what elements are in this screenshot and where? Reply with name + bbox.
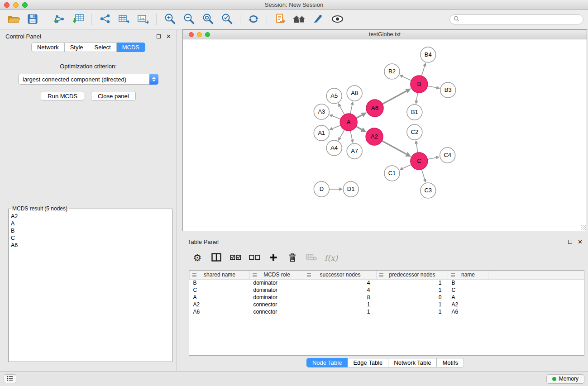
- graph-edge-A6-B[interactable]: [382, 91, 406, 104]
- app-titlebar: Session: New Session: [0, 0, 588, 10]
- table-row[interactable]: Cdominator41C: [190, 286, 584, 294]
- graph-edge-arrowhead: [339, 187, 343, 191]
- panel-menu-button[interactable]: [4, 374, 16, 383]
- table-row[interactable]: Adominator80A: [190, 294, 584, 301]
- result-item[interactable]: B: [10, 227, 170, 234]
- search-input[interactable]: [462, 16, 579, 23]
- graph-edge-A-A7[interactable]: [350, 131, 352, 140]
- tab-motifs[interactable]: Motifs: [437, 358, 464, 367]
- graph-edge-A-A1[interactable]: [332, 125, 340, 129]
- create-column-button[interactable]: [266, 251, 281, 265]
- import-network-button[interactable]: [50, 11, 68, 28]
- open-session-button[interactable]: [5, 11, 23, 28]
- window-controls: [4, 2, 28, 8]
- network-canvas[interactable]: B4B2BB3A5A8A6A3B1AC2A1A2A4A7C4CC1C3DD1: [183, 39, 587, 231]
- minimize-window-button[interactable]: [13, 2, 19, 8]
- graph-edge-arrowhead: [436, 156, 440, 159]
- table-settings-button[interactable]: ⚙: [190, 251, 205, 265]
- tab-style[interactable]: Style: [65, 43, 89, 52]
- tab-select[interactable]: Select: [89, 43, 117, 52]
- resize-grip[interactable]: [581, 225, 586, 230]
- show-columns-button[interactable]: [209, 251, 224, 265]
- style-brush-button[interactable]: [309, 11, 327, 28]
- result-item[interactable]: A2: [10, 213, 170, 220]
- criterion-select[interactable]: largest connected component (directed): [18, 74, 158, 85]
- tab-network[interactable]: Network: [31, 43, 65, 52]
- column-header-MCDS-role[interactable]: MCDS role: [250, 271, 304, 279]
- graph-edge-C-C2[interactable]: [416, 144, 418, 153]
- tab-mcds[interactable]: MCDS: [117, 43, 145, 52]
- graph-edge-A2-C[interactable]: [382, 141, 406, 154]
- column-header-shared-name[interactable]: shared name: [190, 271, 250, 279]
- result-item[interactable]: C: [10, 234, 170, 242]
- table-row[interactable]: Bdominator41B: [190, 279, 584, 286]
- document-arrow-icon: [274, 14, 286, 25]
- graph-edge-A-A2[interactable]: [356, 126, 362, 129]
- table-row[interactable]: A2connector11A2: [190, 301, 584, 308]
- graph-edge-A-A4[interactable]: [340, 130, 344, 138]
- zoom-fit-button[interactable]: [199, 11, 217, 28]
- graph-edge-B-B2[interactable]: [402, 76, 411, 81]
- network-window-titlebar[interactable]: testGlobe.txt: [183, 30, 587, 39]
- close-view-button[interactable]: [189, 32, 194, 37]
- new-network-from-table-button[interactable]: [115, 11, 133, 28]
- import-table-button[interactable]: [69, 11, 87, 28]
- column-header-successor-nodes[interactable]: successor nodes: [304, 271, 377, 279]
- home-views-button[interactable]: [290, 11, 308, 28]
- result-item[interactable]: A: [10, 220, 170, 227]
- delete-column-button[interactable]: [285, 251, 300, 265]
- close-table-panel-icon[interactable]: ✕: [578, 238, 583, 245]
- export-image-button[interactable]: [134, 11, 152, 28]
- result-item[interactable]: A6: [10, 242, 170, 249]
- table-row[interactable]: A6connector11A6: [190, 308, 584, 315]
- tab-network-table[interactable]: Network Table: [388, 358, 437, 367]
- columns-icon: [211, 253, 221, 263]
- delete-table-button[interactable]: [304, 251, 319, 265]
- sort-icon: [379, 273, 383, 277]
- save-session-button[interactable]: [24, 11, 42, 28]
- memory-button[interactable]: Memory: [546, 374, 584, 384]
- zoom-window-button[interactable]: [22, 2, 28, 8]
- tab-node-table[interactable]: Node Table: [306, 358, 348, 367]
- minimize-view-button[interactable]: [197, 32, 202, 37]
- graph-edge-C-C4[interactable]: [427, 157, 436, 159]
- tab-edge-table[interactable]: Edge Table: [348, 358, 388, 367]
- graph-edge-A-A5[interactable]: [340, 106, 344, 115]
- zoom-selected-button[interactable]: [218, 11, 236, 28]
- checked-boxes-icon: [230, 254, 241, 262]
- select-all-columns-button[interactable]: [228, 251, 243, 265]
- close-panel-icon[interactable]: ✕: [166, 33, 171, 40]
- zoom-in-button[interactable]: [161, 11, 179, 28]
- show-details-button[interactable]: [328, 11, 346, 28]
- graph-edge-B-B1[interactable]: [416, 93, 418, 101]
- graph-edge-B-B4[interactable]: [421, 66, 425, 76]
- graph-edge-B-B3[interactable]: [427, 86, 436, 88]
- graph-node-label: C2: [411, 129, 419, 135]
- column-header-name[interactable]: name: [448, 271, 488, 279]
- graph-edge-A-A3[interactable]: [333, 116, 341, 119]
- export-document-button[interactable]: [271, 11, 289, 28]
- graph-edge-C-C3[interactable]: [421, 169, 425, 179]
- trash-icon: [288, 253, 296, 263]
- table-network-icon: [118, 14, 130, 25]
- zoom-view-button[interactable]: [205, 32, 210, 37]
- new-network-button[interactable]: [96, 11, 114, 28]
- graph-node-label: C1: [388, 170, 396, 176]
- unchecked-boxes-icon: [249, 254, 260, 262]
- graph-node-label: D: [320, 186, 324, 192]
- graph-edge-A-A6[interactable]: [356, 115, 362, 118]
- close-window-button[interactable]: [4, 2, 10, 8]
- float-panel-icon[interactable]: [157, 34, 161, 38]
- zoom-in-icon: [164, 13, 176, 26]
- zoom-out-button[interactable]: [180, 11, 198, 28]
- close-panel-button[interactable]: Close panel: [91, 91, 136, 101]
- run-mcds-button[interactable]: Run MCDS: [41, 91, 84, 101]
- apply-layout-button[interactable]: [244, 11, 263, 28]
- graph-edge-A-A8[interactable]: [350, 105, 352, 114]
- deselect-all-columns-button[interactable]: [247, 251, 262, 265]
- function-builder-button[interactable]: f(x): [323, 251, 338, 265]
- float-table-panel-icon[interactable]: [568, 240, 572, 244]
- column-header-predecessor-nodes[interactable]: predecessor nodes: [377, 271, 448, 279]
- graph-edge-C-C1[interactable]: [403, 165, 411, 169]
- graph-edge-arrowhead: [436, 86, 440, 89]
